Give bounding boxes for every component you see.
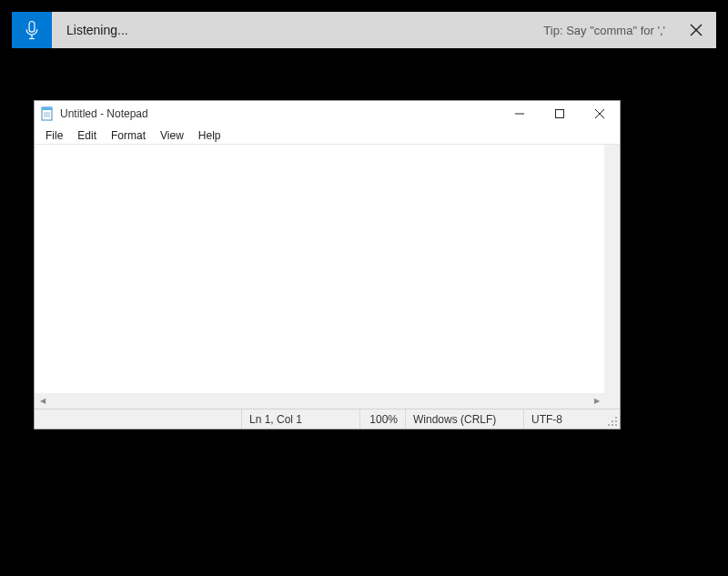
voice-tip: Tip: Say "comma" for ',' [543, 24, 676, 37]
statusbar: Ln 1, Col 1 100% Windows (CRLF) UTF-8 [35, 409, 620, 429]
voice-close-button[interactable] [676, 12, 716, 48]
scrollbar-corner [604, 393, 620, 409]
menubar: File Edit Format View Help [35, 126, 620, 145]
svg-point-16 [612, 420, 613, 422]
hscroll-right[interactable]: ▶ [589, 393, 604, 409]
status-encoding: UTF-8 [523, 409, 605, 429]
text-editor[interactable] [35, 145, 620, 393]
svg-point-19 [608, 424, 610, 426]
menu-help[interactable]: Help [191, 127, 228, 144]
svg-point-15 [615, 420, 617, 422]
svg-point-17 [615, 424, 617, 426]
menu-view[interactable]: View [153, 127, 191, 144]
window-title: Untitled - Notepad [60, 107, 148, 120]
maximize-button[interactable] [540, 101, 580, 126]
minimize-button[interactable] [500, 101, 540, 126]
menu-format[interactable]: Format [104, 127, 153, 144]
resize-grip[interactable] [605, 409, 620, 429]
svg-point-18 [612, 424, 613, 426]
svg-rect-11 [556, 110, 564, 118]
hscroll-left[interactable]: ◀ [35, 393, 50, 409]
menu-file[interactable]: File [38, 127, 70, 144]
menu-edit[interactable]: Edit [70, 127, 104, 144]
svg-rect-6 [42, 107, 52, 110]
close-button[interactable] [580, 101, 620, 126]
notepad-icon [40, 106, 55, 121]
titlebar[interactable]: Untitled - Notepad [35, 101, 620, 126]
voice-bar: Listening... Tip: Say "comma" for ',' [12, 12, 716, 48]
status-eol: Windows (CRLF) [405, 409, 523, 429]
voice-status: Listening... [52, 23, 128, 37]
hscrollbar[interactable]: ◀ ▶ [35, 393, 604, 409]
status-position: Ln 1, Col 1 [241, 409, 359, 429]
svg-rect-0 [29, 21, 35, 32]
microphone-icon[interactable] [12, 12, 52, 48]
notepad-window: Untitled - Notepad File Edit Format View… [34, 100, 621, 429]
status-spacer [35, 409, 241, 429]
svg-point-14 [615, 417, 617, 419]
editor-area: ◀ ▶ [35, 145, 620, 409]
status-zoom: 100% [359, 409, 405, 429]
